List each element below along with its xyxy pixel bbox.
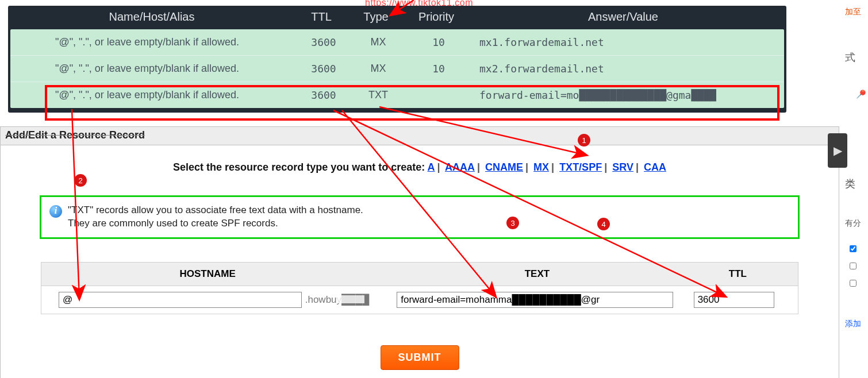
record-type-aaaa[interactable]: AAAA [445, 161, 475, 173]
cell-ttl: 3600 [298, 56, 349, 82]
col-header-type: Type [347, 6, 405, 29]
form-header-hostname: HOSTNAME [41, 263, 374, 286]
cell-type: TXT [349, 82, 407, 108]
hostname-suffix: .howbuy████ [305, 294, 370, 306]
gutter-frag: 有分 [845, 218, 861, 229]
col-header-priority: Priority [405, 6, 468, 29]
cell-answer: mx1.forwardemail.net [470, 29, 781, 55]
cell-priority [407, 82, 470, 108]
cell-ttl: 3600 [298, 29, 349, 55]
record-type-a[interactable]: A [428, 161, 435, 173]
gutter-checkbox[interactable] [850, 245, 857, 252]
record-type-mx[interactable]: MX [533, 161, 549, 173]
record-type-srv[interactable]: SRV [612, 161, 633, 173]
cell-type: MX [349, 56, 407, 82]
pin-icon[interactable]: 📍 [851, 86, 868, 103]
cell-answer: mx2.forwardemail.net [470, 56, 781, 82]
panel-title: Add/Edit a Resource Record [1, 127, 839, 145]
cell-name: "@", ".", or leave empty/blank if allowe… [10, 56, 298, 82]
dns-reference-card: Name/Host/Alias TTL Type Priority Answer… [8, 6, 786, 113]
gutter-frag[interactable]: 添加 [845, 319, 861, 329]
record-type-cname[interactable]: CNAME [485, 161, 523, 173]
dns-reference-header: Name/Host/Alias TTL Type Priority Answer… [8, 6, 786, 29]
record-form-table: HOSTNAME TEXT TTL .howbuy████ [41, 262, 798, 314]
gutter-frag: 式 [845, 51, 855, 64]
side-expand-button[interactable]: ▶ [828, 133, 847, 168]
col-header-name: Name/Host/Alias [8, 6, 295, 29]
cell-answer: forward-email=mo██████████████@gma████ [470, 82, 781, 108]
hostname-input[interactable] [59, 292, 302, 308]
gutter-checkbox[interactable] [850, 280, 857, 287]
cell-name: "@", ".", or leave empty/blank if allowe… [10, 29, 298, 55]
txt-info-box: "TXT" records allow you to associate fre… [40, 195, 800, 239]
record-type-prompt: Select the resource record type you want… [173, 161, 425, 173]
info-icon [49, 205, 62, 218]
add-edit-record-panel: Add/Edit a Resource Record Select the re… [0, 126, 839, 378]
txt-info-text: "TXT" records allow you to associate fre… [68, 204, 363, 230]
form-header-text: TEXT [374, 263, 677, 286]
record-type-selector: Select the resource record type you want… [1, 161, 839, 173]
gutter-checkbox[interactable] [850, 263, 857, 269]
record-type-txtspf[interactable]: TXT/SPF [559, 161, 602, 173]
record-type-caa[interactable]: CAA [644, 161, 666, 173]
ttl-input[interactable] [694, 292, 774, 308]
cell-priority: 10 [407, 29, 470, 55]
gutter-frag: 加至 [845, 7, 861, 17]
dns-reference-body: "@", ".", or leave empty/blank if allowe… [10, 29, 784, 108]
table-row: "@", ".", or leave empty/blank if allowe… [10, 55, 784, 82]
cell-ttl: 3600 [298, 82, 349, 108]
table-row: "@", ".", or leave empty/blank if allowe… [10, 82, 784, 108]
text-input[interactable] [397, 292, 673, 308]
form-header-ttl: TTL [678, 263, 798, 286]
table-row: "@", ".", or leave empty/blank if allowe… [10, 29, 784, 55]
submit-button[interactable]: SUBMIT [381, 345, 459, 370]
gutter-frag: 类 [845, 177, 855, 191]
cell-priority: 10 [407, 56, 470, 82]
cell-type: MX [349, 29, 407, 55]
col-header-answer: Answer/Value [468, 6, 778, 29]
cell-name: "@", ".", or leave empty/blank if allowe… [10, 82, 298, 108]
col-header-ttl: TTL [295, 6, 347, 29]
